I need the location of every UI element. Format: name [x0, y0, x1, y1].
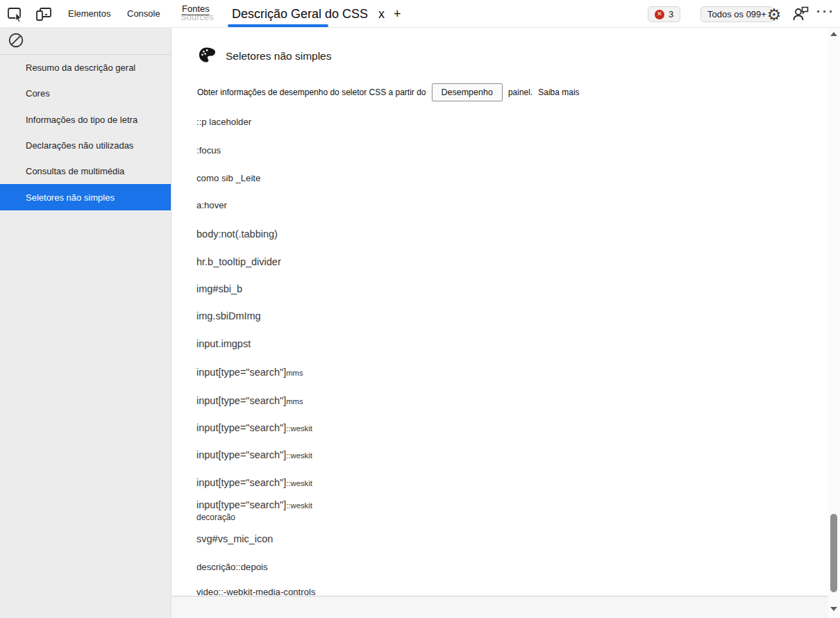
active-tab-underline [228, 24, 328, 27]
close-tab-icon[interactable]: x [378, 7, 385, 21]
feedback-person-icon[interactable] [791, 6, 809, 22]
selector-row: input[type="search"]::weskit [196, 449, 312, 460]
selector-suffix: ::weskit [286, 479, 312, 487]
selector-text: input[type="search"] [196, 477, 286, 488]
selector-row: descrição::depois [196, 562, 268, 572]
selector-row: input.imgpst [196, 338, 251, 349]
selector-row: img#sbi_b [196, 283, 242, 294]
selector-text: img#sbi_b [196, 283, 242, 294]
selector-text: img.sbiDmImg [196, 310, 261, 321]
tab-elementos[interactable]: Elementos [68, 0, 110, 28]
selector-suffix: ::weskit [286, 451, 312, 460]
error-count: 3 [669, 9, 673, 19]
selector-row: a:hover [196, 200, 227, 210]
selector-suffix: ::weskit [286, 501, 312, 510]
tab-fontes-label: Fontes [182, 3, 210, 15]
selector-row: input[type="search"]mms [196, 367, 303, 378]
sidebar-item-0[interactable]: Resumo da descrição geral [0, 55, 171, 81]
clear-overview-icon[interactable] [8, 32, 24, 51]
selector-row: input[type="search"]::weskit [196, 477, 312, 488]
selector-text: input.imgpst [196, 338, 251, 349]
selector-second-line: decoração [196, 512, 312, 522]
tab-css-overview-label: Descrição Geral do CSS [232, 7, 368, 21]
sidebar-item-3[interactable]: Declarações não utilizadas [0, 133, 171, 158]
selector-row: hr.b_tooltip_divider [196, 256, 281, 267]
selector-text: :focus [196, 145, 221, 156]
devtools-toolbar: Elementos Console Fontes Sources Descriç… [0, 0, 840, 28]
issues-badge[interactable]: Todos os 099+ [700, 6, 773, 22]
selector-text: body:not(.tabbing) [196, 228, 278, 240]
selector-text: input[type="search"] [196, 499, 286, 510]
css-overview-sidebar: Resumo da descrição geralCoresInformaçõe… [0, 28, 171, 618]
issues-badge-label: Todos os 099+ [707, 9, 766, 19]
selector-row: body:not(.tabbing) [196, 228, 278, 240]
selector-row: :focus [196, 145, 221, 156]
selector-suffix: mms [286, 397, 303, 406]
tab-css-overview[interactable]: Descrição Geral do CSS x + [232, 0, 401, 28]
selector-suffix: mms [286, 369, 303, 377]
page-title: Seletores não simples [226, 50, 332, 62]
performance-hint-row: Obter informações de desempenho do selet… [197, 83, 580, 101]
selector-text: descrição::depois [196, 562, 268, 572]
scrollbar-thumb[interactable] [830, 514, 837, 592]
selector-row: como sib _Leite [196, 173, 260, 183]
new-tab-icon[interactable]: + [394, 7, 401, 21]
sidebar-item-5[interactable]: Seletores não simples [0, 184, 171, 210]
selector-suffix: ::weskit [286, 424, 312, 433]
scroll-up-icon[interactable] [830, 32, 837, 36]
sidebar-header [0, 28, 171, 55]
panel-heading: Seletores não simples [197, 46, 332, 67]
learn-more-link[interactable]: Saiba mais [538, 87, 579, 97]
selector-row: ::p laceholder [196, 117, 251, 127]
inspect-element-icon[interactable] [7, 6, 25, 23]
non-simple-selectors-panel: Seletores não simples Obter informações … [172, 28, 828, 596]
selector-text: input[type="search"] [196, 422, 286, 433]
selector-text: input[type="search"] [196, 367, 286, 378]
sidebar-item-1[interactable]: Cores [0, 81, 171, 106]
selector-text: ::p laceholder [196, 117, 251, 127]
selector-row: input[type="search"]mms [196, 395, 303, 406]
tab-fontes[interactable]: Fontes Sources [179, 0, 228, 28]
performance-button[interactable]: Desempenho [432, 83, 503, 101]
bottom-strip [172, 596, 840, 618]
selector-text: input[type="search"] [196, 395, 286, 406]
selector-text: a:hover [196, 200, 227, 210]
hint-text-after: painel. [508, 87, 532, 97]
error-counter-badge[interactable]: ✕ 3 [648, 6, 680, 22]
device-emulation-icon[interactable] [35, 6, 53, 23]
more-options-icon[interactable]: ··· [816, 0, 835, 28]
selector-row: img.sbiDmImg [196, 310, 261, 321]
sidebar-item-4[interactable]: Consultas de multimédia [0, 158, 171, 184]
selector-text: input[type="search"] [196, 449, 286, 460]
selector-row: input[type="search"]::weskitdecoração [196, 499, 312, 522]
selector-text: como sib _Leite [196, 173, 260, 183]
selector-text: svg#vs_mic_icon [196, 533, 273, 544]
settings-gear-icon[interactable]: ⚙ [764, 1, 784, 28]
scroll-down-icon[interactable] [830, 607, 837, 611]
sidebar-nav: Resumo da descrição geralCoresInformaçõe… [0, 55, 171, 210]
palette-icon [197, 46, 216, 67]
vertical-scrollbar[interactable] [828, 28, 840, 618]
selector-text: video::-webkit-media-controls [196, 587, 316, 596]
sidebar-item-2[interactable]: Informações do tipo de letra [0, 107, 171, 133]
error-icon: ✕ [655, 10, 664, 19]
tab-console[interactable]: Console [127, 0, 160, 28]
selector-text: hr.b_tooltip_divider [196, 256, 281, 267]
selector-row: input[type="search"]::weskit [196, 422, 312, 433]
selector-row: svg#vs_mic_icon [196, 533, 273, 544]
hint-text-before: Obter informações de desempenho do selet… [197, 87, 426, 97]
selector-row: video::-webkit-media-controls [196, 587, 316, 596]
